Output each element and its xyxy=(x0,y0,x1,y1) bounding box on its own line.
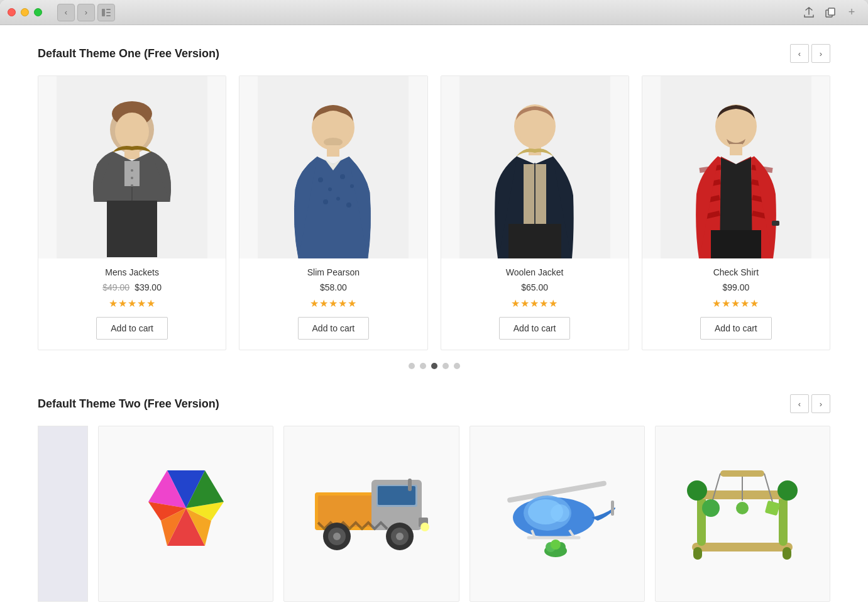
price-current-check-shirt: $99.00 xyxy=(722,282,749,292)
product-card-gym xyxy=(655,426,830,602)
section-two-products-grid xyxy=(38,426,830,602)
svg-point-70 xyxy=(396,533,404,540)
nav-controls: ‹ › xyxy=(8,4,115,21)
section-one-dots xyxy=(38,363,830,369)
price-current-woolen-jacket: $65.00 xyxy=(521,282,548,292)
title-bar: ‹ › + xyxy=(0,0,868,25)
back-button[interactable]: ‹ xyxy=(57,4,75,21)
stars-mens-jackets: ★★★★★ xyxy=(38,297,226,309)
toy-image-puzzle xyxy=(105,439,266,577)
stars-slim-pearson: ★★★★★ xyxy=(239,297,427,309)
svg-point-98 xyxy=(736,502,749,514)
product-card-truck xyxy=(283,426,459,602)
product-price-woolen-jacket: $65.00 xyxy=(441,282,629,292)
stars-check-shirt: ★★★★★ xyxy=(642,297,830,309)
svg-point-23 xyxy=(340,174,345,179)
dot-4[interactable] xyxy=(442,363,449,369)
svg-rect-91 xyxy=(720,470,764,477)
sidebar-toggle-button[interactable] xyxy=(97,4,115,21)
dot-2[interactable] xyxy=(420,363,426,369)
section-one-carousel-nav: ‹ › xyxy=(790,44,830,63)
svg-rect-100 xyxy=(783,547,791,560)
product-card-partial xyxy=(38,426,88,602)
section-two-next-btn[interactable]: › xyxy=(811,394,830,413)
product-name-check-shirt: Check Shirt xyxy=(642,267,830,277)
svg-point-9 xyxy=(115,113,149,150)
product-image-woolen-jacket xyxy=(441,76,629,258)
product-card-puzzle xyxy=(98,426,273,602)
svg-rect-20 xyxy=(327,145,339,157)
section-two-title: Default Theme Two (Free Version) xyxy=(38,397,219,411)
section-one-products-grid: Mens Jackets $49.00 $39.00 ★★★★★ Add to … xyxy=(38,75,830,350)
product-card-slim-pearson: Slim Pearson $58.00 ★★★★★ Add to cart xyxy=(239,75,427,350)
svg-point-27 xyxy=(346,202,351,208)
product-name-mens-jackets: Mens Jackets xyxy=(38,267,226,277)
svg-rect-5 xyxy=(828,8,835,15)
add-to-cart-check-shirt[interactable]: Add to cart xyxy=(700,317,772,340)
product-card-helicopter xyxy=(470,426,645,602)
svg-rect-49 xyxy=(38,426,88,602)
svg-rect-99 xyxy=(693,547,702,560)
svg-point-12 xyxy=(131,169,133,172)
dot-1[interactable] xyxy=(409,363,415,369)
svg-rect-33 xyxy=(508,224,561,258)
product-card-mens-jackets: Mens Jackets $49.00 $39.00 ★★★★★ Add to … xyxy=(38,75,226,350)
traffic-lights xyxy=(8,8,42,16)
add-to-cart-mens-jackets[interactable]: Add to cart xyxy=(96,317,168,340)
toy-image-truck xyxy=(290,439,452,577)
product-image-check-shirt xyxy=(642,76,830,258)
add-to-cart-slim-pearson[interactable]: Add to cart xyxy=(298,317,370,340)
add-to-cart-woolen-jacket[interactable]: Add to cart xyxy=(499,317,571,340)
browser-window: ‹ › + xyxy=(0,0,868,615)
price-original-mens-jackets: $49.00 xyxy=(102,282,129,292)
share-icon[interactable] xyxy=(800,4,818,21)
dot-3[interactable] xyxy=(431,363,437,369)
section-two-prev-btn[interactable]: ‹ xyxy=(790,394,809,413)
dot-5[interactable] xyxy=(454,363,460,369)
section-theme-one: Default Theme One (Free Version) ‹ › xyxy=(38,44,830,369)
section-one-header: Default Theme One (Free Version) ‹ › xyxy=(38,44,830,63)
svg-rect-85 xyxy=(692,543,793,551)
svg-rect-87 xyxy=(779,496,788,546)
product-name-woolen-jacket: Woolen Jacket xyxy=(441,267,629,277)
svg-point-19 xyxy=(324,138,343,147)
maximize-button[interactable] xyxy=(34,8,42,16)
add-tab-icon[interactable]: + xyxy=(843,4,860,21)
stars-woolen-jacket: ★★★★★ xyxy=(441,297,629,309)
section-one-title: Default Theme One (Free Version) xyxy=(38,47,219,60)
svg-point-25 xyxy=(323,199,328,204)
minimize-button[interactable] xyxy=(21,8,29,16)
product-price-check-shirt: $99.00 xyxy=(642,282,830,292)
svg-point-89 xyxy=(687,480,707,501)
svg-rect-64 xyxy=(408,479,412,491)
toy-image-helicopter xyxy=(476,439,638,577)
svg-rect-96 xyxy=(765,501,780,516)
product-price-slim-pearson: $58.00 xyxy=(239,282,427,292)
price-current-mens-jackets: $39.00 xyxy=(135,282,162,292)
duplicate-icon[interactable] xyxy=(821,4,839,21)
product-card-check-shirt: Check Shirt $99.00 ★★★★★ Add to cart xyxy=(642,75,830,350)
svg-rect-11 xyxy=(124,161,140,186)
svg-rect-3 xyxy=(106,15,111,16)
svg-point-76 xyxy=(551,504,569,522)
toy-image-gym xyxy=(662,439,823,577)
section-one-prev-btn[interactable]: ‹ xyxy=(790,44,809,63)
title-bar-actions: + xyxy=(800,4,860,21)
svg-point-26 xyxy=(336,197,340,201)
svg-point-30 xyxy=(519,110,551,147)
svg-rect-47 xyxy=(711,230,761,258)
section-one-next-btn[interactable]: › xyxy=(811,44,830,63)
svg-point-36 xyxy=(720,110,752,147)
svg-rect-0 xyxy=(102,9,105,16)
forward-button[interactable]: › xyxy=(77,4,95,21)
price-current-slim-pearson: $58.00 xyxy=(320,282,347,292)
svg-point-84 xyxy=(551,540,561,550)
section-two-carousel-nav: ‹ › xyxy=(790,394,830,413)
close-button[interactable] xyxy=(8,8,16,16)
svg-rect-1 xyxy=(106,9,111,10)
svg-point-22 xyxy=(328,187,332,191)
product-price-mens-jackets: $49.00 $39.00 xyxy=(38,282,226,292)
svg-rect-2 xyxy=(106,12,111,13)
svg-rect-37 xyxy=(730,144,742,155)
svg-point-21 xyxy=(318,177,323,182)
